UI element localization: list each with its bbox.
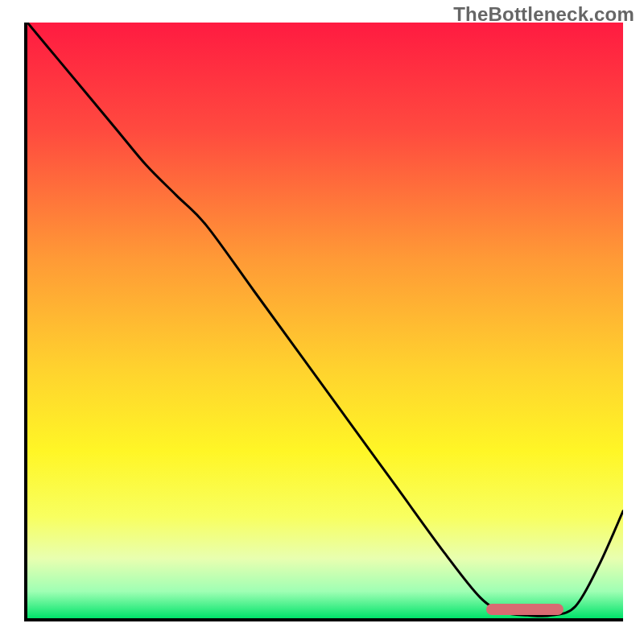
- x-axis: [24, 618, 623, 621]
- heat-background: [27, 23, 623, 618]
- plot-area: [27, 23, 623, 618]
- chart-frame: TheBottleneck.com: [0, 0, 644, 644]
- minimum-marker: [486, 604, 564, 615]
